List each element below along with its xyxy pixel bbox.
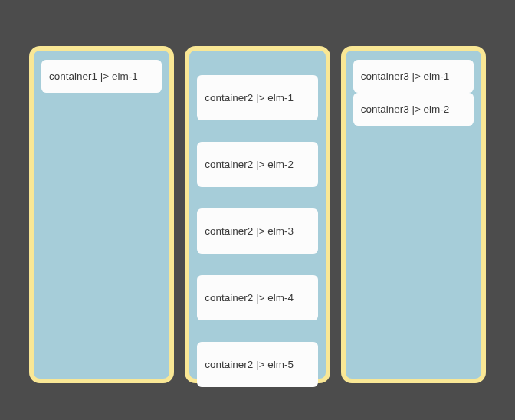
list-item[interactable]: container3 |> elm-2 <box>353 93 474 126</box>
list-item[interactable]: container2 |> elm-4 <box>197 275 317 320</box>
container-1[interactable]: container1 |> elm-1 <box>29 46 174 383</box>
list-item[interactable]: container2 |> elm-2 <box>197 142 317 187</box>
container-3[interactable]: container3 |> elm-1 container3 |> elm-2 <box>341 46 486 383</box>
container-2[interactable]: container2 |> elm-1 container2 |> elm-2 … <box>185 46 330 383</box>
list-item[interactable]: container2 |> elm-1 <box>197 75 317 120</box>
list-item[interactable]: container1 |> elm-1 <box>41 60 162 93</box>
list-item[interactable]: container3 |> elm-1 <box>353 60 474 93</box>
list-item[interactable]: container2 |> elm-5 <box>197 342 317 387</box>
list-item[interactable]: container2 |> elm-3 <box>197 208 317 254</box>
